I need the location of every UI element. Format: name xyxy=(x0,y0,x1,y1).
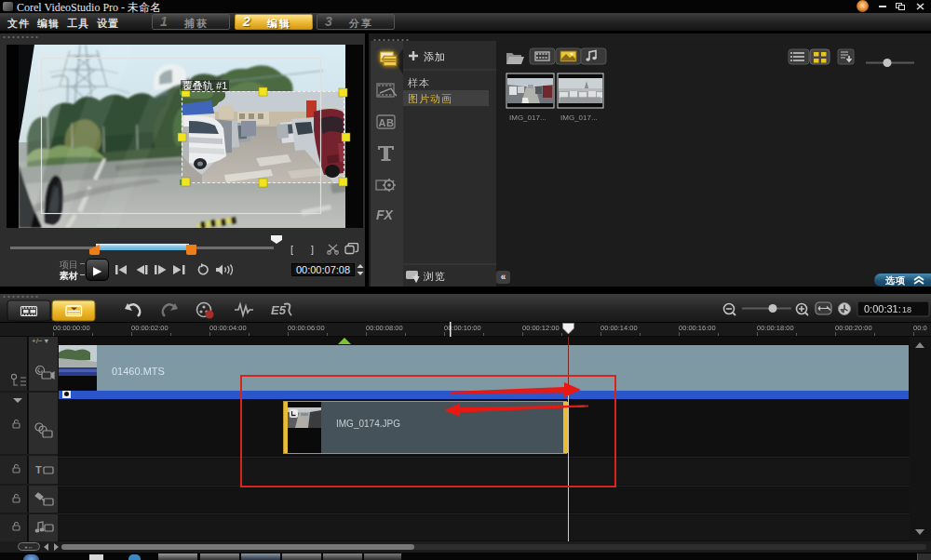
svg-text:00:00:00:00: 00:00:00:00 xyxy=(53,324,90,332)
svg-text:T: T xyxy=(35,464,42,475)
svg-text:添加: 添加 xyxy=(424,51,446,62)
svg-text:图片动画: 图片动画 xyxy=(408,93,452,104)
svg-text:FX: FX xyxy=(376,207,395,222)
svg-text:00:00:04:00: 00:00:04:00 xyxy=(209,324,247,332)
svg-text:18: 18 xyxy=(902,305,911,314)
svg-text:样本: 样本 xyxy=(408,77,430,88)
svg-text:00:00:08:00: 00:00:08:00 xyxy=(366,324,403,332)
svg-text:00:00:02:00: 00:00:02:00 xyxy=(131,324,169,332)
svg-text:00:00:16:00: 00:00:16:00 xyxy=(679,324,716,332)
svg-text:00:00:14:00: 00:00:14:00 xyxy=(600,324,638,332)
svg-text:00:0: 00:0 xyxy=(913,324,927,332)
svg-text:00:00:12:00: 00:00:12:00 xyxy=(522,324,560,332)
svg-text:IMG_017...: IMG_017... xyxy=(560,113,598,122)
svg-text:E5: E5 xyxy=(271,303,287,317)
svg-text:浏览: 浏览 xyxy=(423,271,446,282)
svg-text:00:00:18:00: 00:00:18:00 xyxy=(757,324,794,332)
svg-text:00:00:06:00: 00:00:06:00 xyxy=(288,324,325,332)
svg-text:00:00:10:00: 00:00:10:00 xyxy=(444,324,481,332)
svg-text:B: B xyxy=(386,117,394,128)
svg-text:00:00:20:00: 00:00:20:00 xyxy=(835,324,872,332)
svg-text:IMG_017...: IMG_017... xyxy=(509,113,546,122)
svg-text:0:00:31:: 0:00:31: xyxy=(864,303,901,314)
svg-text:A: A xyxy=(379,117,386,128)
svg-text:覆叠轨 #1: 覆叠轨 #1 xyxy=(182,80,227,91)
